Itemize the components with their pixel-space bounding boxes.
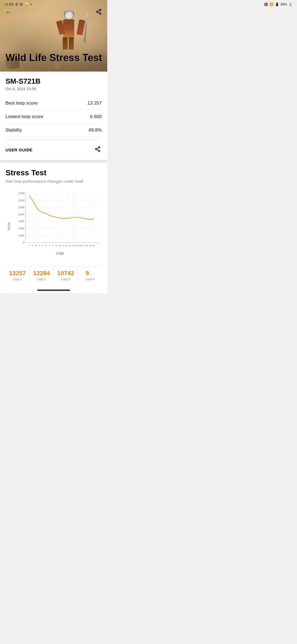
- stress-test-card: Stress Test See how performance changes …: [0, 163, 107, 287]
- warrior-arm-right: [76, 20, 85, 36]
- user-guide-row: USER GUIDE: [6, 144, 102, 156]
- dot-icon: •: [31, 2, 32, 6]
- status-left: 11:59 ⚙ G 💡 •: [4, 2, 32, 6]
- svg-text:5: 5: [42, 244, 43, 247]
- svg-text:8: 8: [52, 244, 53, 247]
- svg-line-9: [97, 148, 98, 149]
- share-icon-top: [96, 9, 102, 15]
- stress-test-subtitle: See how performance changes under load: [6, 179, 102, 184]
- hero-section: ← Wild Life Stress Test: [0, 0, 107, 72]
- svg-text:19: 19: [89, 244, 91, 247]
- svg-text:0: 0: [23, 241, 24, 244]
- svg-line-3: [98, 12, 100, 13]
- time-label: 11:59: [4, 2, 13, 6]
- svg-text:14: 14: [72, 244, 74, 247]
- warrior-legs: [63, 37, 74, 50]
- y-axis-label: Score: [7, 222, 10, 230]
- svg-text:18: 18: [86, 244, 88, 247]
- svg-text:20: 20: [92, 244, 95, 247]
- score-tile-4: 9... Loop 4: [78, 266, 102, 283]
- svg-text:12,000: 12,000: [18, 199, 24, 202]
- warrior-leg-right: [69, 37, 74, 50]
- warrior-figure: [55, 11, 85, 55]
- user-guide-label[interactable]: USER GUIDE: [6, 148, 32, 152]
- hero-title-text: Wild Life Stress Test: [6, 52, 107, 63]
- lowest-loop-row: Lowest loop score 6 600: [6, 110, 102, 124]
- results-card: SM-S721B Oct 4, 2024 23:59 Best loop sco…: [0, 72, 107, 160]
- svg-text:4: 4: [39, 244, 40, 247]
- share-button-card[interactable]: [94, 145, 102, 155]
- score-tile-3: 10742 Loop 3: [54, 266, 78, 283]
- svg-text:11: 11: [62, 244, 64, 247]
- svg-text:17: 17: [82, 244, 84, 247]
- x-axis-label: Loop: [18, 251, 102, 255]
- hero-nav: ←: [0, 8, 107, 17]
- svg-text:6: 6: [46, 244, 47, 247]
- svg-line-4: [98, 10, 100, 12]
- best-loop-label: Best loop score: [6, 100, 38, 106]
- tile-value-2: 12284: [32, 270, 51, 277]
- warrior-leg-left: [63, 37, 68, 50]
- device-name: SM-S721B: [6, 77, 102, 86]
- svg-line-8: [97, 149, 98, 151]
- score-tile-2: 12284 Loop 2: [30, 266, 54, 283]
- tile-label-1: Loop 1: [8, 277, 27, 281]
- svg-text:10,000: 10,000: [18, 206, 24, 209]
- tile-value-4: 9...: [80, 270, 100, 277]
- share-button-top[interactable]: [95, 8, 103, 17]
- svg-text:2,000: 2,000: [18, 234, 24, 237]
- share-icon-card: [95, 146, 101, 152]
- home-indicator: [37, 290, 70, 291]
- svg-text:2: 2: [32, 244, 33, 247]
- svg-text:16: 16: [79, 244, 81, 247]
- back-button[interactable]: ←: [4, 8, 13, 17]
- best-loop-row: Best loop score 13 257: [6, 97, 102, 110]
- rock-decoration-2: [55, 62, 65, 70]
- stability-label: Stability: [6, 127, 22, 133]
- status-bar: 11:59 ⚙ G 💡 • 🔇 📶 📱 94% 🔋: [0, 0, 107, 7]
- stability-value: 49.8%: [89, 127, 102, 133]
- svg-text:9: 9: [56, 244, 57, 247]
- svg-text:6,000: 6,000: [18, 220, 24, 223]
- chart-line: [29, 196, 94, 220]
- lowest-loop-label: Lowest loop score: [6, 114, 43, 119]
- tile-label-4: Loop 4: [80, 277, 100, 281]
- tile-value-1: 13257: [8, 270, 27, 277]
- tile-label-3: Loop 3: [56, 277, 76, 281]
- tile-label-2: Loop 2: [32, 277, 51, 281]
- best-loop-value: 13 257: [87, 100, 102, 106]
- svg-text:4,000: 4,000: [18, 227, 24, 230]
- stability-row: Stability 49.8%: [6, 124, 102, 137]
- svg-text:7: 7: [49, 244, 50, 247]
- chart-container: Score 14,000 12,000 10,000 8,000 6,000 4…: [6, 189, 102, 263]
- divider: [6, 139, 102, 140]
- stress-test-title: Stress Test: [6, 168, 102, 177]
- google-icon: G: [20, 2, 23, 6]
- svg-text:13: 13: [69, 244, 71, 247]
- warrior-body: [63, 19, 74, 39]
- svg-text:14,000: 14,000: [18, 192, 24, 195]
- score-tile-1: 13257 Loop 1: [6, 266, 30, 283]
- chart-svg: 14,000 12,000 10,000 8,000 6,000 4,000 2…: [18, 189, 102, 250]
- svg-text:1: 1: [29, 244, 30, 247]
- score-tiles: 13257 Loop 1 12284 Loop 2 10742 Loop 3 9…: [6, 266, 102, 283]
- svg-text:10: 10: [59, 244, 61, 247]
- device-date: Oct 4, 2024 23:59: [6, 87, 102, 91]
- hero-title-container: Wild Life Stress Test: [6, 52, 107, 63]
- svg-text:3: 3: [35, 244, 36, 247]
- chart-area: 14,000 12,000 10,000 8,000 6,000 4,000 2…: [18, 189, 102, 255]
- gear-icon: ⚙: [15, 2, 18, 6]
- home-bar: [0, 287, 107, 293]
- svg-text:12: 12: [65, 244, 68, 247]
- bulb-icon: 💡: [24, 2, 29, 6]
- svg-text:15: 15: [76, 244, 78, 247]
- svg-text:8,000: 8,000: [18, 213, 24, 216]
- tile-value-3: 10742: [56, 270, 76, 277]
- lowest-loop-value: 6 600: [90, 114, 102, 119]
